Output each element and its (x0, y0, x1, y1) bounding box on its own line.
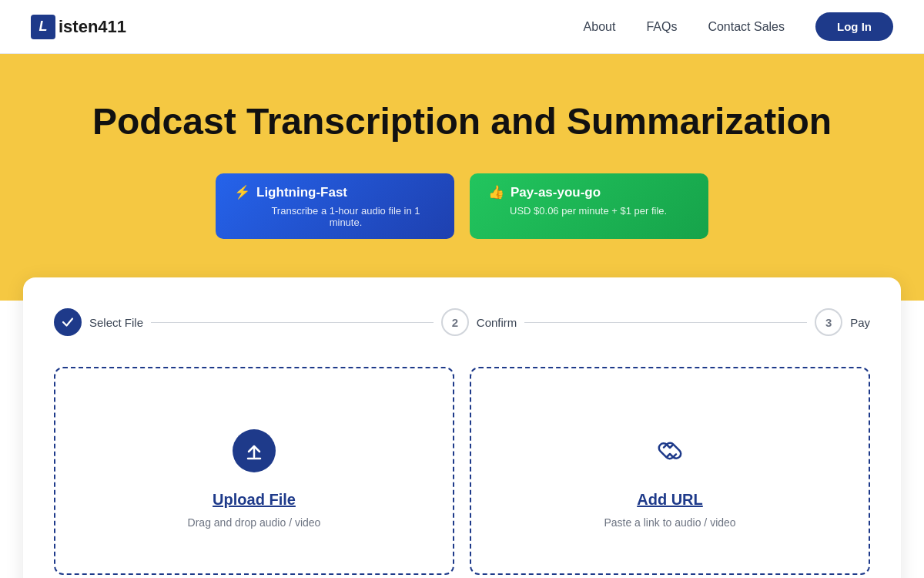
upload-areas: Upload File Drag and drop audio / video … (54, 367, 870, 575)
header: L isten411 About FAQs Contact Sales Log … (0, 0, 924, 54)
step-1-circle (54, 308, 82, 336)
badge-pay: 👍 Pay-as-you-go USD $0.06 per minute + $… (470, 173, 708, 239)
nav-contact-sales[interactable]: Contact Sales (708, 20, 785, 34)
nav-faqs[interactable]: FAQs (646, 20, 677, 34)
steps-indicator: Select File 2 Confirm 3 Pay (54, 308, 870, 336)
upload-file-title[interactable]: Upload File (213, 491, 296, 509)
hero-section: Podcast Transcription and Summarization … (0, 54, 924, 301)
step-1-label: Select File (89, 316, 143, 329)
url-icon-wrap (648, 429, 691, 476)
step-3: 3 Pay (815, 308, 870, 336)
login-button[interactable]: Log In (815, 12, 893, 41)
step-3-circle: 3 (815, 308, 842, 336)
step-line-2 (524, 322, 807, 323)
logo[interactable]: L isten411 (31, 15, 126, 39)
link-icon (648, 429, 691, 472)
add-url-title[interactable]: Add URL (637, 491, 703, 509)
upload-file-sub: Drag and drop audio / video (188, 516, 321, 529)
nav-about[interactable]: About (584, 20, 616, 34)
upload-icon (233, 429, 276, 472)
add-url-box[interactable]: Add URL Paste a link to audio / video (470, 367, 870, 575)
step-2: 2 Confirm (441, 308, 517, 336)
step-2-label: Confirm (477, 316, 517, 329)
main-card: Select File 2 Confirm 3 Pay Upload File … (23, 277, 901, 578)
hero-badges: ⚡ Lightning-Fast Transcribe a 1-hour aud… (15, 173, 909, 239)
logo-text: isten411 (59, 17, 126, 37)
step-3-label: Pay (850, 316, 870, 329)
badge-lightning-sub: Transcribe a 1-hour audio file in 1 minu… (234, 205, 436, 228)
badge-lightning-header: ⚡ Lightning-Fast (234, 184, 347, 200)
nav: About FAQs Contact Sales Log In (584, 12, 893, 41)
step-line-1 (151, 322, 434, 323)
checkmark-icon (61, 315, 75, 329)
step-2-circle: 2 (441, 308, 469, 336)
upload-icon-wrap (233, 429, 276, 476)
badge-lightning: ⚡ Lightning-Fast Transcribe a 1-hour aud… (216, 173, 454, 239)
lightning-icon: ⚡ (234, 184, 250, 200)
logo-icon: L (31, 15, 55, 39)
step-1: Select File (54, 308, 143, 336)
upload-file-box[interactable]: Upload File Drag and drop audio / video (54, 367, 454, 575)
badge-pay-sub: USD $0.06 per minute + $1 per file. (488, 205, 667, 217)
hero-title: Podcast Transcription and Summarization (15, 100, 909, 143)
thumbsup-icon: 👍 (488, 184, 504, 200)
add-url-sub: Paste a link to audio / video (604, 516, 735, 529)
badge-pay-header: 👍 Pay-as-you-go (488, 184, 601, 200)
